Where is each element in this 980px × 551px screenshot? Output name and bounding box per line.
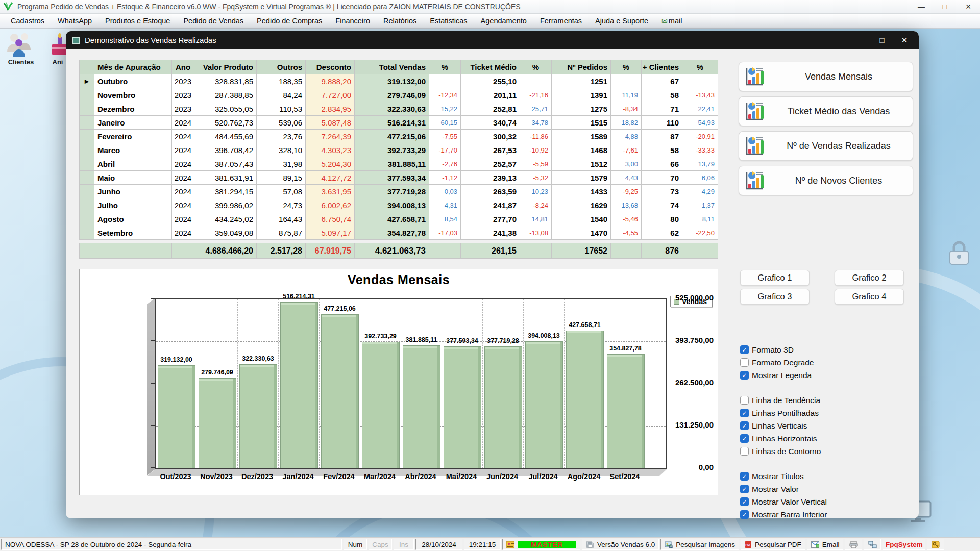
chart-bar[interactable] [199, 378, 236, 468]
checkbox-formato-3d[interactable]: ✓Formato 3D [740, 343, 916, 356]
checked-checkbox-icon[interactable]: ✓ [740, 409, 749, 417]
grafico-2-button[interactable]: Grafico 2 [835, 270, 904, 286]
checked-checkbox-icon[interactable]: ✓ [740, 472, 749, 481]
table-row[interactable]: Novembro2023287.388,8584,247.727,00279.7… [79, 88, 718, 102]
column-header[interactable]: Valor Produto [194, 60, 257, 74]
chart-bar[interactable] [158, 365, 195, 468]
checkbox-mostrar-barra-inferior[interactable]: ✓Mostrar Barra Inferior [740, 508, 916, 521]
chart-bar[interactable] [403, 345, 440, 468]
column-header[interactable]: Ano [172, 60, 194, 74]
maximize-button[interactable]: □ [933, 0, 957, 13]
checked-checkbox-icon[interactable]: ✓ [740, 345, 749, 354]
minimize-button[interactable]: — [910, 0, 933, 13]
status-printer[interactable] [845, 539, 862, 550]
toolbar-item-aniversariantes[interactable]: Ani [49, 32, 66, 66]
unchecked-checkbox-icon[interactable] [740, 447, 749, 456]
menu-item-pedido-de-vendas[interactable]: Pedido de Vendas [177, 15, 250, 27]
chart-bar[interactable] [484, 346, 522, 468]
checkbox-linhas-horizontais[interactable]: ✓Linhas Horizontais [740, 432, 916, 445]
dialog-minimize-button[interactable]: — [848, 32, 871, 49]
menu-item-estatisticas[interactable]: Estatisticas [423, 15, 474, 27]
checkbox-linha-de-tend-ncia[interactable]: Linha de Tendência [740, 394, 916, 407]
row-selector-cell[interactable] [79, 212, 94, 226]
row-selector-cell[interactable] [79, 157, 94, 171]
menu-item-pedido-de-compras[interactable]: Pedido de Compras [250, 15, 329, 27]
table-row[interactable]: Setembro2024359.049,08875,875.097,17354.… [79, 226, 718, 240]
menu-item-ferramentas[interactable]: Ferramentas [533, 15, 589, 27]
checkbox-mostrar-legenda[interactable]: ✓Mostrar Legenda [740, 369, 916, 382]
checkbox-mostrar-titulos[interactable]: ✓Mostrar Titulos [740, 470, 916, 483]
chart-bar[interactable] [362, 342, 400, 468]
status-network[interactable] [864, 539, 881, 550]
checkbox-linhas-de-contorno[interactable]: Linhas de Contorno [740, 445, 916, 458]
chart-bar[interactable] [566, 331, 604, 468]
column-header[interactable]: % [520, 60, 552, 74]
table-row[interactable]: Dezembro2023325.055,05110,532.834,95322.… [79, 102, 718, 116]
column-header[interactable]: Mês de Apuração [94, 60, 172, 74]
table-row[interactable]: ▶Outubro2023328.831,85188,359.888,20319.… [79, 74, 718, 88]
row-selector-cell[interactable] [79, 171, 94, 185]
checkbox-linhas-pontilhadas[interactable]: ✓Linhas Pontilhadas [740, 407, 916, 419]
chart-bar[interactable] [280, 302, 318, 468]
column-header[interactable]: % [429, 60, 461, 74]
column-header[interactable]: Total Vendas [355, 60, 429, 74]
column-header[interactable]: Ticket Médio [461, 60, 520, 74]
menu-item-mail[interactable]: ✉mail [655, 15, 689, 27]
checked-checkbox-icon[interactable]: ✓ [740, 434, 749, 443]
chart-bar[interactable] [444, 346, 481, 468]
status-key[interactable] [927, 539, 944, 550]
grafico-3-button[interactable]: Grafico 3 [740, 289, 810, 305]
unchecked-checkbox-icon[interactable] [740, 358, 749, 367]
checkbox-mostrar-valor[interactable]: ✓Mostrar Valor [740, 483, 916, 495]
checked-checkbox-icon[interactable]: ✓ [740, 485, 749, 493]
checked-checkbox-icon[interactable]: ✓ [740, 421, 749, 430]
checkbox-formato-degrade[interactable]: Formato Degrade [740, 356, 916, 369]
checked-checkbox-icon[interactable]: ✓ [740, 497, 749, 506]
status-email[interactable]: Email [807, 539, 844, 550]
report-button-vendas-mensais[interactable]: Vendas Mensais [739, 62, 913, 91]
row-selector-cell[interactable] [79, 102, 94, 116]
column-header[interactable]: Desconto [306, 60, 355, 74]
column-header[interactable]: Nº Pedidos [552, 60, 611, 74]
row-selector-cell[interactable]: ▶ [79, 74, 94, 88]
status-pesquisar-pdf[interactable]: PDF Pesquisar PDF [741, 539, 805, 550]
status-versao[interactable]: Versão Vendas 6.0 [582, 539, 659, 550]
dialog-close-button[interactable]: ✕ [893, 32, 916, 49]
column-header[interactable]: % [682, 60, 718, 74]
report-button-novos-clientes[interactable]: Nº de Novos Clientes [739, 166, 913, 195]
menu-item-produtos-e-estoque[interactable]: Produtos e Estoque [99, 15, 177, 27]
chart-bar[interactable] [525, 341, 563, 468]
toolbar-item-clientes[interactable]: Clientes [4, 32, 38, 66]
menu-item-whatsapp[interactable]: WhatsApp [51, 15, 99, 27]
checkbox-mostrar-valor-vertical[interactable]: ✓Mostrar Valor Vertical [740, 495, 916, 508]
close-button[interactable]: ✕ [957, 0, 980, 13]
menu-item-relat-rios[interactable]: Relatórios [377, 15, 423, 27]
status-fpqsystem[interactable]: FpqSystem [883, 539, 925, 550]
table-row[interactable]: Abril2024387.057,4331,985.204,30381.885,… [79, 157, 718, 171]
report-button-ticket-medio[interactable]: Ticket Médio das Vendas [739, 96, 913, 126]
column-header[interactable]: Outros [257, 60, 306, 74]
checkbox-linhas-verticais[interactable]: ✓Linhas Verticais [740, 419, 916, 432]
row-selector-cell[interactable] [79, 226, 94, 240]
table-row[interactable]: Maio2024381.631,9189,154.127,72377.593,3… [79, 171, 718, 185]
row-selector-cell[interactable] [79, 116, 94, 130]
table-row[interactable]: Junho2024381.294,1557,083.631,95377.719,… [79, 185, 718, 198]
table-row[interactable]: Julho2024399.986,0224,736.002,62394.008,… [79, 198, 718, 212]
grafico-4-button[interactable]: Grafico 4 [835, 289, 904, 305]
dialog-maximize-button[interactable]: □ [871, 32, 893, 49]
menu-item-cadastros[interactable]: Cadastros [4, 15, 51, 27]
row-selector-cell[interactable] [79, 88, 94, 102]
checked-checkbox-icon[interactable]: ✓ [740, 371, 749, 380]
table-row[interactable]: Fevereiro2024484.455,6923,767.264,39477.… [79, 130, 718, 143]
chart-bar[interactable] [321, 314, 359, 468]
column-header[interactable] [79, 60, 94, 74]
row-selector-cell[interactable] [79, 185, 94, 198]
table-row[interactable]: Marco2024396.708,42328,104.303,23392.733… [79, 143, 718, 157]
status-pesquisar-imagens[interactable]: Pesquisar Imagens [660, 539, 739, 550]
chart-bar[interactable] [239, 364, 277, 468]
unchecked-checkbox-icon[interactable] [740, 396, 749, 405]
report-button-num-vendas[interactable]: Nº de Vendas Realizadas [739, 131, 913, 161]
menu-item-agendamento[interactable]: Agendamento [474, 15, 533, 27]
column-header[interactable]: % [611, 60, 642, 74]
menu-item-financeiro[interactable]: Financeiro [329, 15, 377, 27]
